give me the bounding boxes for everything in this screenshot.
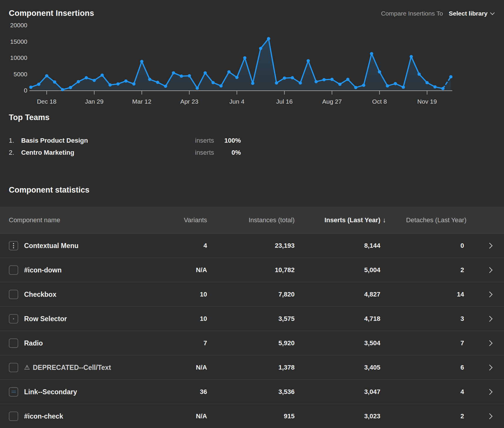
chevron-right-icon[interactable]	[487, 365, 493, 370]
chart-data-point	[196, 87, 199, 90]
chart-data-point	[227, 70, 231, 73]
chevron-right-icon[interactable]	[487, 389, 493, 395]
x-axis-tick-label: Jan 29	[85, 98, 103, 105]
table-row[interactable]: Radio75,9203,5047	[0, 331, 504, 355]
component-name: #icon-check	[24, 412, 63, 420]
component-thumbnail-icon	[9, 338, 18, 348]
chart-data-point	[243, 56, 246, 60]
table-row[interactable]: #icon-checkN/A9153,0232	[0, 404, 504, 428]
chart-data-point	[434, 85, 437, 88]
column-header-inserts-sorted[interactable]: Inserts (Last Year)↓	[325, 216, 386, 224]
table-row[interactable]: Checkbox107,8204,82714	[0, 282, 504, 307]
y-axis-tick-label: 5000	[14, 71, 27, 77]
chart-data-point	[307, 59, 310, 63]
table-row[interactable]: Contextual Menu423,1938,1440	[0, 234, 504, 258]
component-name: Contextual Menu	[24, 242, 78, 250]
component-name: Link--Secondary	[24, 388, 77, 396]
component-name-text: #icon-down	[24, 266, 62, 274]
chart-data-point	[132, 82, 135, 85]
chevron-right-icon[interactable]	[487, 340, 493, 346]
chart-data-point	[164, 85, 167, 88]
detaches-value: 6	[461, 364, 464, 371]
page-title: Component Insertions	[9, 9, 94, 18]
chart-data-point	[108, 83, 112, 87]
column-header-instances[interactable]: Instances (total)	[248, 216, 295, 224]
chart-data-point	[354, 86, 357, 89]
instances-value: 3,536	[278, 388, 295, 396]
chart-data-point	[275, 81, 278, 85]
deprecated-warning-icon: ⚠	[24, 364, 30, 371]
x-axis-tick-label: Jun 4	[229, 98, 245, 105]
compare-insertions-label: Compare Insertions To	[381, 10, 443, 17]
chart-data-point	[100, 73, 104, 77]
inserts-value: 3,405	[364, 364, 380, 371]
library-select-value: Select library	[449, 10, 488, 17]
chart-data-point	[93, 79, 96, 82]
component-name-text: Radio	[24, 339, 43, 347]
chart-data-point	[29, 86, 33, 89]
chart-data-point	[53, 80, 56, 84]
component-name-text: Link--Secondary	[24, 388, 77, 396]
chart-data-point	[402, 86, 405, 89]
column-header-component-name[interactable]: Component name	[9, 216, 60, 224]
chart-data-point	[235, 76, 238, 79]
inserts-value: 5,004	[364, 266, 380, 274]
team-name: Basis Product Design	[21, 137, 195, 144]
chevron-right-icon[interactable]	[487, 267, 493, 273]
instances-value: 5,920	[278, 339, 295, 347]
table-row[interactable]: Link--Secondary363,5363,0474	[0, 380, 504, 404]
chevron-right-icon[interactable]	[487, 316, 493, 322]
instances-value: 915	[284, 412, 295, 420]
component-name: Radio	[24, 339, 43, 347]
component-name-text: Contextual Menu	[24, 242, 78, 250]
component-name: ⚠DEPRECATED--Cell/Text	[24, 363, 111, 371]
chevron-down-icon	[490, 10, 495, 15]
chart-data-point	[124, 79, 127, 82]
chart-data-point	[204, 71, 207, 75]
chart-data-point	[362, 84, 365, 87]
chart-header: Component Insertions Compare Insertions …	[0, 0, 504, 18]
component-thumbnail-icon	[9, 265, 18, 275]
team-rank: 2.	[9, 149, 21, 156]
kebab-menu-icon	[9, 241, 18, 250]
chart-data-point	[85, 76, 88, 79]
detaches-value: 4	[461, 388, 464, 396]
table-row[interactable]: #icon-downN/A10,7825,0042	[0, 258, 504, 282]
chevron-right-icon[interactable]	[487, 413, 493, 419]
chart-data-point	[116, 82, 120, 85]
chart-data-point	[251, 82, 254, 85]
chevron-right-icon[interactable]	[487, 291, 493, 297]
variants-value: 4	[204, 242, 207, 250]
inserts-value: 8,144	[364, 242, 380, 250]
chevron-right-icon[interactable]	[487, 243, 493, 249]
component-name: #icon-down	[24, 266, 62, 274]
column-header-detaches[interactable]: Detaches (Last Year)	[406, 216, 466, 224]
library-select[interactable]: Select library	[449, 10, 494, 17]
chart-data-point	[322, 78, 326, 81]
compare-controls: Compare Insertions To Select library	[381, 10, 494, 17]
x-axis-tick-label: Jul 16	[276, 98, 293, 105]
component-insertions-chart[interactable]: 05000100001500020000Dec 18Jan 29Mar 12Ap…	[0, 21, 504, 109]
chart-data-point	[346, 78, 350, 81]
chart-data-point	[386, 84, 389, 87]
chart-data-point	[219, 84, 223, 87]
instances-value: 3,575	[278, 315, 295, 323]
variants-value: N/A	[196, 412, 207, 420]
top-team-row: 2.Centro Marketinginserts0%	[9, 146, 504, 159]
variants-value: 10	[200, 315, 207, 323]
instances-value: 10,782	[275, 266, 295, 274]
table-row[interactable]: ⚠DEPRECATED--Cell/TextN/A1,3783,4056	[0, 355, 504, 380]
table-row[interactable]: Row Selector103,5754,7183	[0, 307, 504, 331]
instances-value: 7,820	[278, 291, 295, 298]
chart-data-point	[441, 87, 445, 90]
variants-value: 10	[200, 291, 207, 298]
component-thumbnail-icon	[9, 363, 18, 372]
chart-data-point	[315, 80, 318, 83]
instances-value: 23,193	[275, 242, 295, 250]
chart-data-point	[283, 76, 286, 80]
chart-data-point	[45, 74, 48, 77]
detaches-value: 7	[461, 339, 464, 347]
chart-data-point	[394, 82, 397, 85]
detaches-value: 14	[457, 291, 464, 298]
column-header-variants[interactable]: Variants	[184, 216, 207, 224]
